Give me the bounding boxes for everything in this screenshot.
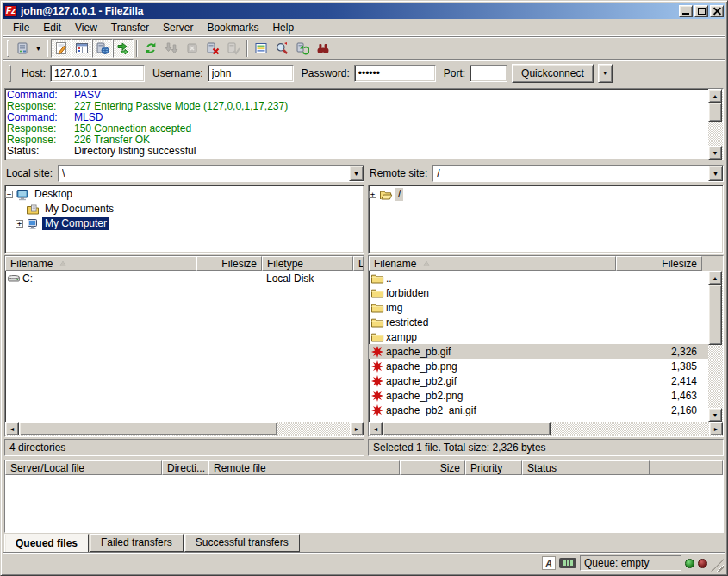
scroll-right-button[interactable]: ► — [709, 422, 723, 435]
tree-item-label[interactable]: / — [395, 188, 403, 201]
site-manager-button[interactable] — [12, 39, 33, 58]
column-header-size[interactable]: Size — [400, 460, 465, 475]
password-input[interactable] — [354, 65, 436, 82]
scroll-thumb[interactable] — [383, 422, 551, 435]
file-row[interactable]: apache_pb.gif2,326 — [369, 344, 708, 359]
refresh-button[interactable] — [140, 39, 161, 58]
column-header-filetype[interactable]: Filetype — [262, 256, 353, 271]
column-header-filesize[interactable]: Filesize — [196, 256, 262, 271]
tree-expander-plus[interactable]: + — [16, 220, 23, 228]
toggle-message-log-button[interactable] — [51, 39, 72, 58]
menu-item-file[interactable]: File — [6, 20, 36, 35]
host-input[interactable] — [50, 65, 145, 82]
menu-item-transfer[interactable]: Transfer — [104, 20, 156, 35]
close-button[interactable] — [710, 5, 724, 17]
transfer-type-indicator-icon[interactable]: A — [542, 556, 556, 570]
quickconnect-dropdown-button[interactable]: ▼ — [598, 64, 613, 83]
scroll-track[interactable] — [551, 422, 709, 436]
local-site-input[interactable] — [59, 166, 349, 181]
tree-expander-plus[interactable]: + — [369, 191, 376, 198]
directory-comparison-button[interactable] — [251, 39, 271, 58]
column-header-l[interactable]: L — [353, 256, 364, 271]
file-row[interactable]: apache_pb2.gif2,414 — [369, 373, 708, 388]
scroll-thumb[interactable] — [708, 103, 722, 122]
scroll-track[interactable] — [708, 122, 723, 146]
tree-expander-minus[interactable]: − — [5, 191, 13, 198]
scroll-up-button[interactable]: ▲ — [708, 89, 722, 103]
tree-item[interactable]: My Documents — [5, 202, 364, 216]
column-header-filename[interactable]: Filename — [5, 256, 196, 271]
column-header-filename[interactable]: Filename — [369, 256, 616, 271]
quickconnect-button[interactable]: Quickconnect — [512, 64, 594, 83]
tab-queued-files[interactable]: Queued files — [4, 534, 89, 553]
site-manager-dropdown-button[interactable]: ▼ — [33, 39, 44, 58]
scroll-down-button[interactable]: ▼ — [708, 408, 722, 422]
toggle-transfer-queue-button[interactable] — [113, 39, 134, 58]
scroll-track[interactable] — [277, 422, 350, 436]
toggle-remote-tree-button[interactable] — [92, 39, 113, 58]
column-header-remote-file[interactable]: Remote file — [208, 460, 400, 475]
tree-item[interactable]: +My Computer — [5, 216, 364, 231]
filter-button[interactable] — [313, 39, 333, 58]
tab-failed-transfers[interactable]: Failed transfers — [90, 534, 184, 552]
remote-site-combo[interactable]: ▼ — [432, 165, 724, 182]
file-row[interactable]: C:Local Disk — [5, 271, 364, 285]
remote-site-row: Remote site: ▼ — [368, 164, 724, 183]
column-header-directi-[interactable]: Directi... — [162, 460, 208, 475]
speed-limits-indicator-icon[interactable] — [559, 558, 576, 568]
message-log-scrollbar[interactable]: ▲ ▼ — [708, 89, 723, 160]
remote-vertical-scrollbar[interactable]: ▲ ▼ — [708, 271, 723, 422]
title-bar[interactable]: Fz john@127.0.0.1 - FileZilla — [3, 3, 725, 19]
tab-successful-transfers[interactable]: Successful transfers — [184, 534, 300, 552]
port-input[interactable] — [470, 65, 507, 82]
tree-item[interactable]: −Desktop — [5, 187, 364, 202]
scroll-down-button[interactable]: ▼ — [708, 146, 722, 160]
remote-site-dropdown-button[interactable]: ▼ — [708, 166, 723, 181]
scroll-left-button[interactable]: ◄ — [5, 422, 19, 435]
file-row[interactable]: apache_pb.png1,385 — [369, 359, 708, 373]
scroll-thumb[interactable] — [708, 285, 722, 345]
scroll-up-button[interactable]: ▲ — [708, 271, 722, 285]
column-header-filesize[interactable]: Filesize — [616, 256, 702, 271]
file-row[interactable]: .. — [369, 271, 708, 285]
menu-item-bookmarks[interactable]: Bookmarks — [200, 20, 265, 35]
process-queue-button[interactable] — [161, 39, 182, 58]
tree-item-label[interactable]: My Computer — [42, 217, 109, 230]
scroll-track[interactable] — [708, 345, 723, 408]
tree-item-label[interactable]: Desktop — [32, 188, 75, 201]
file-row[interactable]: img — [369, 300, 708, 315]
menu-item-help[interactable]: Help — [265, 20, 301, 35]
maximize-button[interactable] — [694, 5, 708, 17]
menu-item-view[interactable]: View — [68, 20, 104, 35]
toggle-local-tree-button[interactable] — [72, 39, 92, 58]
reconnect-button[interactable] — [223, 39, 244, 58]
menu-item-server[interactable]: Server — [156, 20, 200, 35]
tree-item-label[interactable]: My Documents — [42, 203, 116, 216]
local-site-dropdown-button[interactable]: ▼ — [349, 166, 364, 181]
menu-item-edit[interactable]: Edit — [36, 20, 68, 35]
minimize-button[interactable] — [679, 5, 693, 17]
file-row[interactable]: xampp — [369, 329, 708, 344]
synchronized-browsing-button[interactable] — [292, 39, 313, 58]
file-row[interactable]: forbidden — [369, 285, 708, 300]
file-row[interactable]: apache_pb2_ani.gif2,160 — [369, 403, 708, 417]
remote-site-input[interactable] — [433, 166, 708, 181]
local-horizontal-scrollbar[interactable]: ◄ ► — [5, 422, 364, 436]
column-header-status[interactable]: Status — [522, 460, 650, 475]
disconnect-button[interactable] — [202, 39, 223, 58]
file-row[interactable]: restricted — [369, 315, 708, 329]
resize-grip[interactable] — [711, 559, 724, 572]
column-header-server-local-file[interactable]: Server/Local file — [5, 460, 162, 475]
disconnect-icon — [206, 41, 220, 55]
find-files-button[interactable] — [271, 39, 292, 58]
local-site-combo[interactable]: ▼ — [58, 165, 364, 182]
cancel-operation-button[interactable] — [182, 39, 202, 58]
remote-horizontal-scrollbar[interactable]: ◄ ► — [369, 422, 723, 436]
scroll-thumb[interactable] — [19, 422, 277, 435]
scroll-right-button[interactable]: ► — [350, 422, 364, 435]
tree-item[interactable]: +/ — [369, 187, 723, 202]
file-row[interactable]: apache_pb2.png1,463 — [369, 388, 708, 403]
username-input[interactable] — [208, 65, 294, 82]
scroll-left-button[interactable]: ◄ — [369, 422, 383, 435]
column-header-priority[interactable]: Priority — [465, 460, 522, 475]
